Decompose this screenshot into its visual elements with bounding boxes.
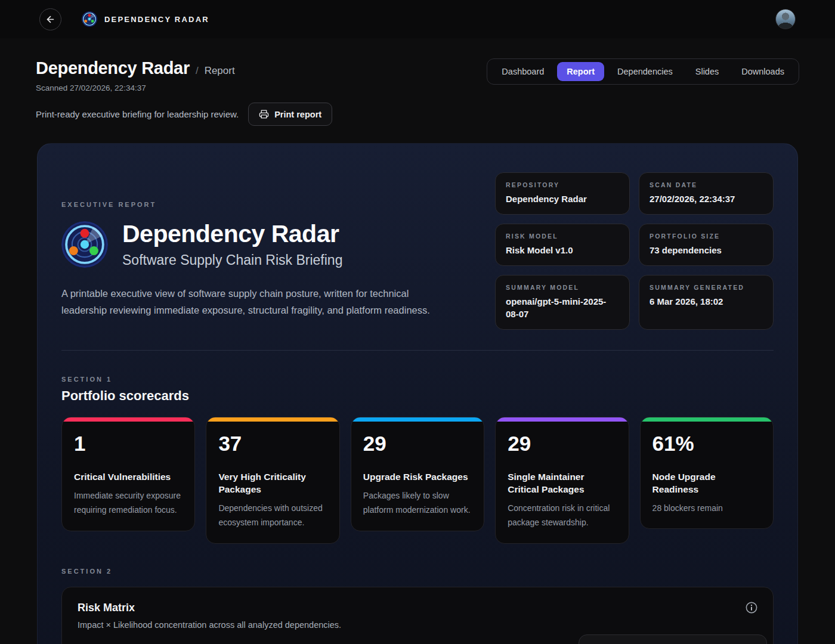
view-tabs: Dashboard Report Dependencies Slides Dow… [487,58,799,85]
scorecard-description: Dependencies with outsized ecosystem imp… [218,501,327,530]
scorecard-title: Node Upgrade Readiness [652,471,761,496]
report-description: A printable executive view of software s… [61,285,446,319]
meta-value: 6 Mar 2026, 18:02 [650,295,763,308]
scorecard-description: 28 blockers remain [652,501,761,516]
brand: DEPENDENCY RADAR [82,11,209,27]
meta-card-scan-date: SCAN DATE 27/02/2026, 22:34:37 [639,172,774,215]
scorecard-title: Upgrade Risk Packages [363,471,472,484]
risk-matrix-info-icon[interactable] [746,602,757,614]
exec-report-eyebrow: EXECUTIVE REPORT [61,201,446,208]
back-arrow-icon [45,14,55,24]
user-avatar[interactable] [775,9,796,29]
report-subtitle: Software Supply Chain Risk Briefing [122,252,342,268]
scorecard-value: 29 [508,432,616,456]
section-divider [61,350,774,351]
risk-matrix-title: Risk Matrix [78,602,341,614]
tab-downloads[interactable]: Downloads [732,62,794,81]
report-logo-radar-icon [61,221,108,268]
executive-report-container: EXECUTIVE REPORT Dependency Radar Softwa… [37,143,798,644]
meta-card-risk-model: RISK MODEL Risk Model v1.0 [495,224,630,266]
scorecard-description: Packages likely to slow platform moderni… [363,488,472,518]
breadcrumb: Dependency Radar / Report [36,58,332,78]
page-tagline: Print-ready executive briefing for leade… [36,109,239,119]
scorecard-accent-bar [206,417,339,422]
scorecard-single-maintainer: 29 Single Maintainer Critical Packages C… [495,417,629,544]
meta-label: PORTFOLIO SIZE [650,233,763,240]
meta-value: 73 dependencies [650,244,763,257]
scorecard-critical-vulnerabilities: 1 Critical Vulnerabilities Immediate sec… [61,417,195,531]
scorecard-accent-bar [641,417,773,422]
risk-matrix-subtitle: Impact × Likelihood concentration across… [78,620,341,630]
meta-label: SUMMARY GENERATED [650,284,763,291]
scorecard-value: 1 [74,432,183,456]
risk-matrix-grid: LOW MODERATE ELEVATED HIGH [107,642,569,644]
tab-slides[interactable]: Slides [686,62,729,81]
tab-dependencies[interactable]: Dependencies [608,62,682,81]
app-logo-radar-icon [82,11,97,27]
tab-dashboard[interactable]: Dashboard [492,62,553,81]
back-button[interactable] [39,8,61,30]
meta-value: openai/gpt-5-mini-2025-08-07 [506,295,619,321]
matrix-col-header-high: HIGH [509,642,569,644]
risk-matrix-card: Risk Matrix Impact × Likelihood concentr… [61,587,774,644]
meta-value: Risk Model v1.0 [506,244,619,257]
matrix-col-header-low: LOW [205,642,299,644]
exec-summary-block: EXECUTIVE REPORT Dependency Radar Softwa… [61,168,446,319]
scorecard-title: Very High Criticality Packages [218,471,327,496]
meta-label: SCAN DATE [650,181,763,188]
meta-card-summary-generated: SUMMARY GENERATED 6 Mar 2026, 18:02 [639,275,774,330]
scorecard-title: Critical Vulnerabilities [74,471,183,484]
section-risk-matrix: SECTION 2 Risk Matrix Impact × Likelihoo… [61,568,774,644]
scorecard-accent-bar [351,417,484,422]
page-title: Dependency Radar [36,58,190,78]
page-header-left: Dependency Radar / Report Scanned 27/02/… [36,58,332,126]
meta-card-repository: REPOSITORY Dependency Radar [495,172,630,215]
meta-label: SUMMARY MODEL [506,284,619,291]
printer-icon [259,109,269,119]
scorecard-node-upgrade-readiness: 61% Node Upgrade Readiness 28 blockers r… [640,417,774,529]
scan-timestamp: Scanned 27/02/2026, 22:34:37 [36,83,332,92]
breadcrumb-current: Report [205,65,235,77]
scorecard-description: Immediate security exposure requiring re… [74,488,183,518]
meta-value: Dependency Radar [506,193,619,206]
topbar: DEPENDENCY RADAR [0,0,835,38]
app-title: DEPENDENCY RADAR [104,15,209,24]
section2-eyebrow: SECTION 2 [61,568,774,575]
section1-title: Portfolio scorecards [61,388,774,404]
meta-value: 27/02/2026, 22:34:37 [650,193,763,206]
meta-label: REPOSITORY [506,181,619,188]
matrix-col-header-elevated: ELEVATED [407,642,502,644]
scorecard-accent-bar [62,417,194,422]
breadcrumb-separator: / [196,65,199,77]
page-header: Dependency Radar / Report Scanned 27/02/… [0,38,835,126]
report-title: Dependency Radar [122,220,342,248]
matrix-col-header-moderate: MODERATE [307,642,399,644]
print-report-button[interactable]: Print report [248,103,332,126]
meta-card-portfolio-size: PORTFOLIO SIZE 73 dependencies [639,224,774,266]
concentration-panel: CONCENTRATION Moderate impact × Low [579,634,767,644]
scorecard-title: Single Maintainer Critical Packages [508,471,616,496]
scorecard-very-high-criticality: 37 Very High Criticality Packages Depend… [206,417,339,544]
scorecard-upgrade-risk: 29 Upgrade Risk Packages Packages likely… [351,417,484,531]
scorecard-value: 29 [363,432,472,456]
section-portfolio-scorecards: SECTION 1 Portfolio scorecards 1 Critica… [61,376,774,544]
report-meta-grid: REPOSITORY Dependency Radar SCAN DATE 27… [495,172,774,330]
meta-card-summary-model: SUMMARY MODEL openai/gpt-5-mini-2025-08-… [495,275,630,330]
scorecard-value: 37 [218,432,327,456]
print-report-label: Print report [274,110,321,119]
tab-report[interactable]: Report [557,62,604,81]
section1-eyebrow: SECTION 1 [61,376,774,383]
scorecard-accent-bar [496,417,628,422]
scorecard-description: Concentration risk in critical package s… [508,501,616,530]
scorecard-value: 61% [652,432,761,456]
meta-label: RISK MODEL [506,233,619,240]
